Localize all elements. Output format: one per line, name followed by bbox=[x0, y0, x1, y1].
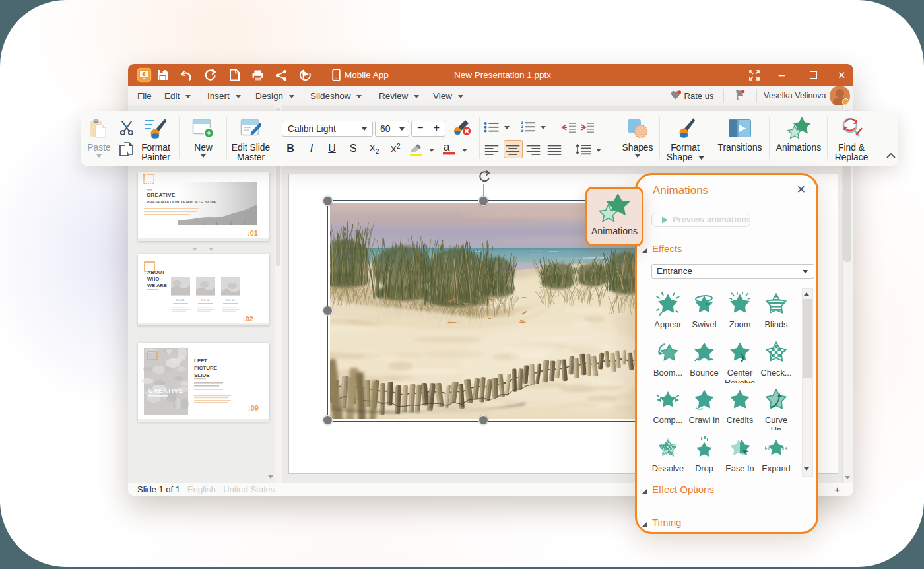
svg-text:PRESENTATION TEMPLATE SLIDE: PRESENTATION TEMPLATE SLIDE bbox=[147, 200, 217, 204]
svg-text:CREATIVE: CREATIVE bbox=[147, 192, 176, 198]
svg-text:CREATIVE: CREATIVE bbox=[148, 387, 183, 394]
svg-text:SLIDE: SLIDE bbox=[194, 372, 210, 378]
svg-text:WE ARE: WE ARE bbox=[147, 283, 167, 288]
svg-text::02: :02 bbox=[243, 315, 253, 323]
svg-text:WHO: WHO bbox=[147, 276, 159, 282]
svg-text::01: :01 bbox=[248, 229, 258, 237]
svg-text:3: 3 bbox=[521, 128, 523, 133]
svg-text:a: a bbox=[444, 141, 450, 153]
svg-text:PICTURE: PICTURE bbox=[194, 365, 218, 371]
svg-text::09: :09 bbox=[248, 404, 259, 412]
svg-text:ABOUT: ABOUT bbox=[147, 269, 165, 275]
svg-text:Title 02: Title 02 bbox=[201, 298, 210, 302]
svg-text:Title 01: Title 01 bbox=[176, 298, 185, 302]
svg-text:LEFT: LEFT bbox=[194, 358, 207, 364]
svg-text:Title 03: Title 03 bbox=[226, 298, 235, 302]
